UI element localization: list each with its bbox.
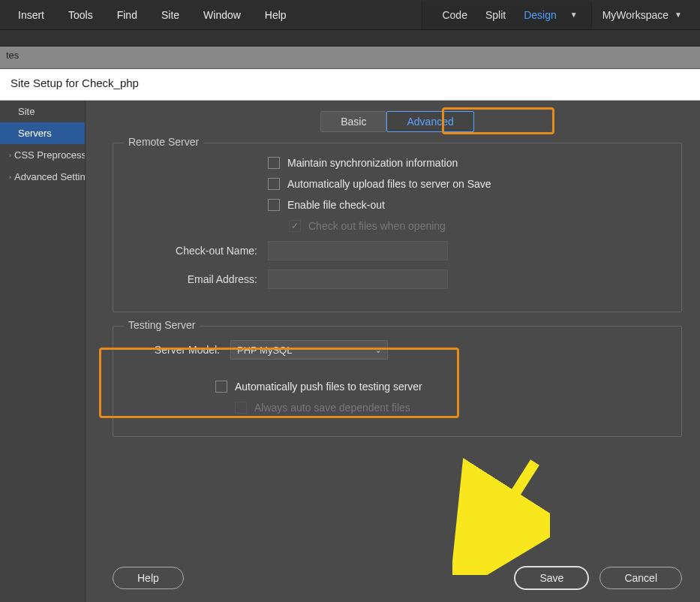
settings-tabs: Basic Advanced bbox=[113, 111, 682, 132]
checkout-on-open-checkbox: ✓ bbox=[289, 220, 301, 232]
menu-help[interactable]: Help bbox=[254, 3, 297, 27]
main-menubar: Insert Tools Find Site Window Help Code … bbox=[0, 0, 700, 30]
sidebar-item-label: Servers bbox=[18, 128, 52, 139]
dialog-title-bar: Site Setup for Check_php bbox=[0, 69, 700, 101]
tab-label: tes bbox=[6, 50, 19, 61]
document-tab-strip: tes bbox=[0, 47, 700, 69]
server-model-label: Server Model: bbox=[125, 344, 230, 356]
server-model-value: PHP MySQL bbox=[237, 345, 292, 356]
checkout-name-label: Check-out Name: bbox=[125, 245, 268, 257]
dialog-content: Basic Advanced Remote Server Maintain sy… bbox=[86, 101, 700, 602]
enable-checkout-checkbox[interactable] bbox=[268, 199, 280, 211]
sidebar-item-site[interactable]: Site bbox=[0, 101, 85, 122]
server-model-select[interactable]: PHP MySQL ⌄ bbox=[230, 340, 388, 360]
chevron-down-icon: ▼ bbox=[674, 11, 682, 19]
checkout-on-open-label: Check out files when opening bbox=[308, 220, 446, 232]
email-label: Email Address: bbox=[125, 273, 268, 285]
sidebar-item-label: CSS Preprocessors bbox=[14, 149, 85, 161]
chevron-down-icon: ⌄ bbox=[375, 346, 381, 354]
menu-find[interactable]: Find bbox=[107, 3, 148, 27]
svg-line-1 bbox=[482, 462, 535, 545]
workspace-dropdown[interactable]: MyWorkspace ▼ bbox=[592, 5, 692, 26]
save-button[interactable]: Save bbox=[514, 566, 589, 590]
help-button[interactable]: Help bbox=[113, 567, 184, 589]
workspace-label: MyWorkspace bbox=[602, 9, 668, 21]
testing-server-fieldset: Testing Server Server Model: PHP MySQL ⌄… bbox=[113, 326, 682, 437]
auto-push-label: Automatically push files to testing serv… bbox=[235, 381, 422, 393]
chevron-right-icon: › bbox=[9, 152, 11, 159]
maintain-sync-label: Maintain synchronization information bbox=[287, 157, 458, 169]
secondary-toolbar bbox=[0, 30, 700, 47]
auto-upload-label: Automatically upload files to server on … bbox=[287, 178, 491, 190]
tab-basic[interactable]: Basic bbox=[320, 111, 386, 132]
always-autosave-checkbox bbox=[235, 402, 247, 414]
dialog-button-row: Help Save Cancel bbox=[113, 566, 682, 590]
sidebar-item-label: Advanced Settings bbox=[14, 171, 85, 182]
maintain-sync-checkbox[interactable] bbox=[268, 157, 280, 169]
dialog-sidebar: Site Servers › CSS Preprocessors › Advan… bbox=[0, 101, 86, 602]
auto-upload-checkbox[interactable] bbox=[268, 178, 280, 190]
chevron-right-icon: › bbox=[9, 173, 11, 181]
sidebar-item-advanced-settings[interactable]: › Advanced Settings bbox=[0, 166, 85, 188]
auto-push-checkbox[interactable] bbox=[215, 381, 227, 393]
email-input bbox=[268, 269, 448, 289]
menu-tools[interactable]: Tools bbox=[58, 3, 104, 27]
testing-server-legend: Testing Server bbox=[124, 319, 200, 331]
annotation-arrow-icon bbox=[452, 455, 550, 575]
checkout-name-input bbox=[268, 241, 448, 260]
dialog-body: Site Servers › CSS Preprocessors › Advan… bbox=[0, 101, 700, 602]
remote-server-legend: Remote Server bbox=[124, 136, 203, 148]
sidebar-item-servers[interactable]: Servers bbox=[0, 122, 85, 144]
enable-checkout-label: Enable file check-out bbox=[287, 199, 385, 211]
remote-server-fieldset: Remote Server Maintain synchronization i… bbox=[113, 143, 682, 312]
view-mode-group: Code Split Design ▼ bbox=[422, 2, 591, 29]
view-split[interactable]: Split bbox=[479, 6, 512, 24]
always-autosave-label: Always auto save dependent files bbox=[254, 402, 410, 414]
sidebar-item-css-preprocessors[interactable]: › CSS Preprocessors bbox=[0, 144, 85, 166]
view-dropdown-icon[interactable]: ▼ bbox=[570, 11, 578, 19]
sidebar-item-label: Site bbox=[18, 106, 35, 117]
menu-window[interactable]: Window bbox=[193, 3, 251, 27]
dialog-title: Site Setup for Check_php bbox=[11, 77, 139, 89]
menu-site[interactable]: Site bbox=[151, 3, 190, 27]
check-icon: ✓ bbox=[291, 221, 299, 230]
view-code[interactable]: Code bbox=[436, 6, 473, 24]
tab-advanced[interactable]: Advanced bbox=[386, 111, 473, 132]
menu-insert[interactable]: Insert bbox=[8, 3, 55, 27]
view-design[interactable]: Design bbox=[518, 6, 563, 24]
cancel-button[interactable]: Cancel bbox=[599, 567, 682, 589]
